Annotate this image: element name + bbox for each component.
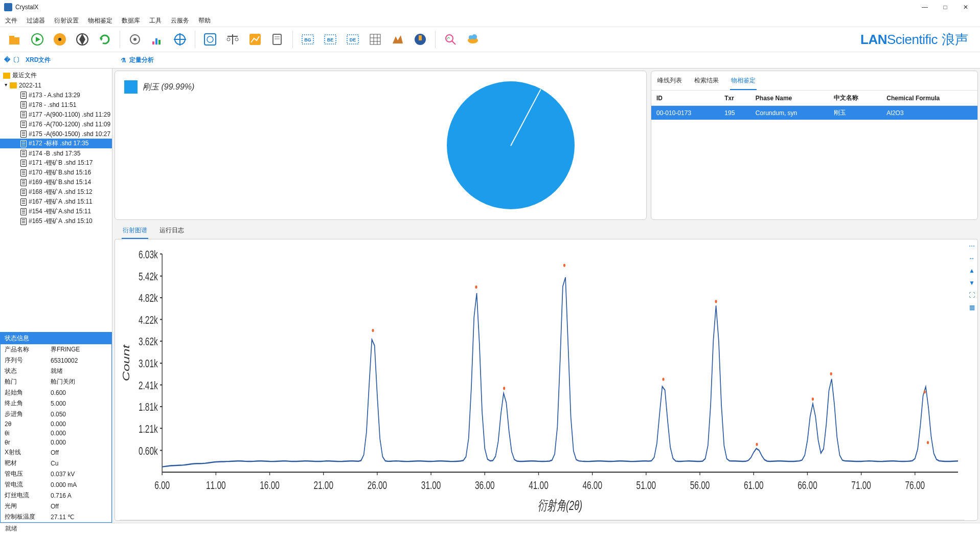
file-tree-item[interactable]: #170 -锂矿B.shd 15:16 [0, 168, 112, 177]
svg-text:11.00: 11.00 [206, 479, 226, 492]
menu-item[interactable]: 过滤器 [27, 16, 45, 25]
file-tree-item[interactable]: ▸2022-11 [0, 80, 112, 90]
menu-item[interactable]: 衍射设置 [54, 16, 79, 25]
settings-button[interactable] [125, 30, 145, 49]
folder-icon [10, 82, 17, 88]
file-tree[interactable]: 最近文件▸2022-11#173 - A.shd 13:29#178 - .sh… [0, 69, 112, 332]
phase-tab[interactable]: 检索结果 [693, 74, 720, 90]
file-tree-label: 2022-11 [19, 82, 41, 89]
diffraction-chart-panel: 0.60k1.21k1.81k2.41k3.01k3.62k4.22k4.82k… [115, 239, 978, 521]
svg-point-107 [830, 372, 832, 375]
status-info-panel: 状态信息 产品名称界FRINGE序列号65310002状态就绪舱门舱门关闭起始角… [0, 332, 112, 523]
phase-tab[interactable]: 物相鉴定 [730, 74, 757, 90]
chart-stretch-h-icon[interactable]: ↔ [967, 254, 976, 263]
be-button[interactable]: BE [321, 30, 340, 49]
brand-logo: LANScientific浪声 [860, 31, 975, 49]
peaks-button[interactable] [388, 30, 407, 49]
file-icon [20, 140, 27, 147]
chart-fit-icon[interactable]: ⛶ [967, 291, 976, 300]
window-close-button[interactable]: ✕ [955, 0, 976, 14]
file-icon [20, 130, 27, 138]
svg-text:3.62k: 3.62k [139, 335, 158, 348]
fingerprint-button[interactable] [200, 30, 220, 49]
file-icon [20, 121, 27, 128]
menu-item[interactable]: 帮助 [198, 16, 211, 25]
file-icon [20, 208, 27, 215]
status-row: θr0.000 [1, 438, 111, 447]
menu-item[interactable]: 数据库 [122, 16, 140, 25]
svg-point-40 [446, 35, 453, 42]
chart-up-icon[interactable]: ▲ [967, 266, 976, 275]
pie-chart [447, 81, 575, 209]
diffraction-tab[interactable]: 运行日志 [158, 224, 185, 239]
menu-item[interactable]: 物相鉴定 [88, 16, 112, 25]
file-tree-item[interactable]: #154 -锂矿A.shd 15:11 [0, 207, 112, 216]
file-tree-item[interactable]: #176 -A(700-1200) .shd 11:09 [0, 119, 112, 129]
balance-button[interactable] [223, 30, 242, 49]
diffraction-plot[interactable]: 0.60k1.21k1.81k2.41k3.01k3.62k4.22k4.82k… [119, 243, 965, 516]
chart-down-icon[interactable]: ▼ [967, 278, 976, 287]
radiation-button[interactable] [50, 30, 70, 49]
bg-button[interactable]: BG [298, 30, 317, 49]
file-tree-item[interactable]: #173 - A.shd 13:29 [0, 90, 112, 100]
file-tree-item[interactable]: #174 -B .shd 17:35 [0, 148, 112, 158]
svg-text:Count: Count [121, 344, 131, 381]
window-minimize-button[interactable]: — [915, 0, 935, 14]
svg-point-99 [372, 329, 374, 332]
svg-marker-37 [393, 35, 403, 43]
aperture-button[interactable] [73, 30, 92, 49]
phase-tab[interactable]: 峰线列表 [656, 74, 683, 90]
svg-text:6.00: 6.00 [154, 479, 170, 492]
play-button[interactable] [28, 30, 47, 49]
file-tree-item[interactable]: #168 -锂矿A .shd 15:12 [0, 187, 112, 197]
svg-rect-39 [419, 35, 422, 40]
grid-button[interactable] [366, 30, 385, 49]
de-button[interactable]: DE [343, 30, 362, 49]
cloud-button[interactable] [463, 30, 483, 49]
menu-item[interactable]: 云服务 [171, 16, 189, 25]
menu-item[interactable]: 文件 [5, 16, 17, 25]
file-tree-item[interactable]: #165 -锂矿A .shd 15:10 [0, 216, 112, 226]
svg-text:41.00: 41.00 [529, 479, 549, 492]
zoom-chart-button[interactable] [441, 30, 460, 49]
file-tree-label: #177 -A(900-1100) .shd 11:29 [29, 111, 110, 118]
file-tree-item[interactable]: #171 -锂矿B .shd 15:17 [0, 158, 112, 168]
spectrum-button[interactable] [148, 30, 167, 49]
status-row: θi0.000 [1, 429, 111, 438]
file-tree-item[interactable]: #167 -锂矿A .shd 15:11 [0, 197, 112, 207]
file-tree-item[interactable]: 最近文件 [0, 71, 112, 80]
menu-item[interactable]: 工具 [149, 16, 162, 25]
phase-table-row[interactable]: 00-010-0173195Corundum, syn刚玉Al2O3 [651, 106, 977, 120]
svg-text:71.00: 71.00 [851, 479, 871, 492]
app-title: CrystalX [15, 4, 38, 11]
chart-more-icon[interactable]: ⋯ [967, 241, 976, 251]
toolbar: BG BE DE LANScientific浪声 [0, 27, 980, 52]
trend-button[interactable] [245, 30, 265, 49]
file-tree-item[interactable]: #178 - .shd 11:51 [0, 100, 112, 109]
svg-point-105 [756, 443, 758, 446]
svg-text:6.03k: 6.03k [139, 248, 158, 261]
refresh-button[interactable] [95, 30, 115, 49]
open-file-button[interactable] [5, 30, 25, 49]
file-icon [20, 111, 27, 118]
pie-legend-label: 刚玉 (99.99%) [143, 82, 194, 93]
status-row: 靶材Cu [1, 458, 111, 469]
chart-grid-icon[interactable]: ▦ [967, 303, 976, 312]
svg-point-108 [924, 390, 926, 393]
file-tree-item[interactable]: #177 -A(900-1100) .shd 11:29 [0, 109, 112, 119]
chart-scrollbar[interactable] [119, 520, 965, 521]
diffraction-tab[interactable]: 衍射图谱 [122, 224, 148, 239]
file-tree-item[interactable]: #175 -A(600-1500) .shd 10:27 [0, 129, 112, 139]
svg-text:31.00: 31.00 [421, 479, 441, 492]
window-maximize-button[interactable]: □ [935, 0, 955, 14]
file-tree-item[interactable]: #169 -锂矿B.shd 15:14 [0, 177, 112, 187]
analyze-button[interactable] [411, 30, 430, 49]
file-tree-item[interactable]: #172 -标样 .shd 17:35 [0, 139, 112, 148]
file-tree-label: #169 -锂矿B.shd 15:14 [29, 178, 91, 187]
svg-rect-12 [158, 40, 161, 45]
target-button[interactable] [170, 30, 190, 49]
svg-text:21.00: 21.00 [313, 479, 333, 492]
file-icon [20, 179, 27, 186]
report-button[interactable] [268, 30, 287, 49]
pie-chart-panel: 刚玉 (99.99%) [115, 71, 647, 220]
